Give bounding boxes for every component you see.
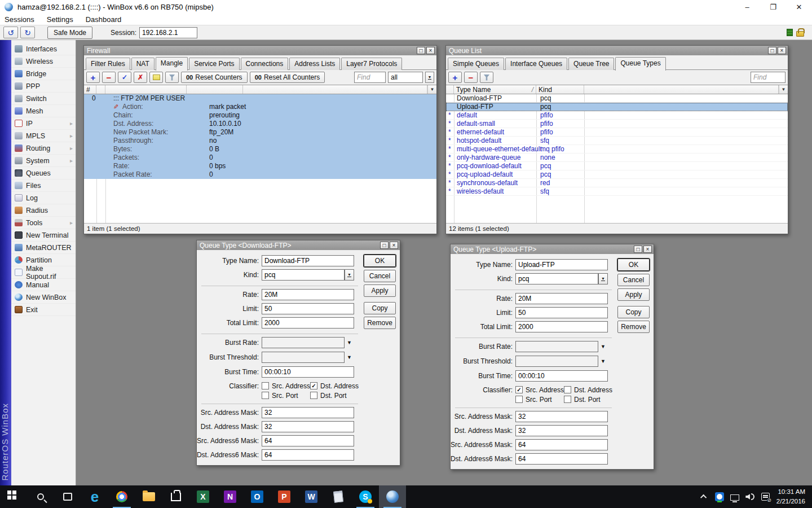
sidebar-item-wireless[interactable]: Wireless	[11, 55, 76, 68]
tray-network[interactable]	[727, 485, 743, 508]
dialog-titlebar[interactable]: Queue Type <Download-FTP> □×	[197, 240, 400, 250]
sidebar-item-queues[interactable]: Queues	[11, 167, 76, 179]
close-button[interactable]: ×	[426, 47, 435, 54]
queue-type-row[interactable]: Download-FTPpcq	[446, 94, 788, 103]
remove-button[interactable]: Remove	[364, 317, 396, 329]
dropdown-arrow-icon[interactable]: ▼	[347, 340, 352, 345]
tab-simple-queues[interactable]: Simple Queues	[448, 58, 504, 70]
type-name-input[interactable]	[262, 255, 354, 266]
column-options-button[interactable]: ▼	[779, 85, 788, 94]
queue-type-row[interactable]: *ethernet-defaultpfifo	[446, 128, 788, 137]
sidebar-item-switch[interactable]: Switch	[11, 93, 76, 105]
restore-button[interactable]: □	[768, 47, 776, 54]
enable-button[interactable]: ✓	[118, 72, 131, 83]
dst-address-checkbox[interactable]	[564, 386, 571, 393]
queue-type-row[interactable]: *only-hardware-queuenone	[446, 154, 788, 162]
taskbar-winbox[interactable]	[379, 485, 406, 508]
total-limit-input[interactable]	[515, 321, 608, 332]
queue-type-row[interactable]: *wireless-defaultsfq	[446, 187, 788, 196]
restore-button[interactable]: □	[380, 242, 389, 249]
sidebar-item-log[interactable]: Log	[11, 192, 76, 204]
reset-counters-button[interactable]: 00Reset Counters	[181, 72, 248, 83]
tab-service-ports[interactable]: Service Ports	[189, 58, 239, 70]
sidebar-item-make-supout[interactable]: Make Supout.rif	[11, 266, 76, 279]
rate-input[interactable]	[515, 293, 608, 304]
search-button[interactable]	[27, 485, 54, 508]
burst-time-input[interactable]	[515, 370, 608, 382]
menu-sessions[interactable]: Sessions	[5, 15, 34, 24]
total-limit-input[interactable]	[262, 317, 354, 329]
burst-threshold-input[interactable]	[515, 356, 598, 367]
filter-scope-select[interactable]: all	[388, 72, 423, 83]
taskbar-powerpoint[interactable]: P	[271, 485, 298, 508]
tray-volume[interactable]	[743, 485, 758, 508]
tab-address-lists[interactable]: Address Lists	[289, 58, 340, 70]
comment-button[interactable]	[149, 72, 163, 83]
restore-button[interactable]: ❐	[760, 0, 786, 14]
tab-connections[interactable]: Connections	[241, 58, 289, 70]
session-input[interactable]	[139, 27, 197, 38]
dst-port-checkbox[interactable]	[310, 392, 317, 399]
taskbar-word[interactable]: W	[298, 485, 325, 508]
rate-input[interactable]	[262, 289, 354, 300]
filter-scope-dropdown-button[interactable]: ▼	[425, 72, 434, 83]
src-address-checkbox[interactable]	[262, 382, 269, 389]
column-kind[interactable]: Kind	[536, 85, 584, 94]
tab-nat[interactable]: NAT	[131, 58, 155, 70]
queue-type-row[interactable]: *synchronous-defaultred	[446, 179, 788, 187]
taskbar-outlook[interactable]: O	[244, 485, 271, 508]
remove-button[interactable]: −	[102, 72, 116, 83]
redo-button[interactable]: ↻	[20, 27, 35, 38]
cancel-button[interactable]: Cancel	[617, 274, 650, 286]
selected-rule[interactable]: 0 ::: FTP 20M PER USER ✎ Action: mark pa…	[84, 94, 436, 179]
apply-button[interactable]: Apply	[617, 288, 650, 301]
tab-filter-rules[interactable]: Filter Rules	[86, 58, 130, 70]
queue-list-titlebar[interactable]: Queue List □ ×	[446, 46, 788, 55]
sidebar-item-mpls[interactable]: MPLS▸	[11, 130, 76, 142]
src-address6-mask-input[interactable]	[515, 439, 608, 450]
remove-button[interactable]: −	[464, 72, 478, 83]
taskbar-notepad[interactable]	[325, 485, 352, 508]
tab-mangle[interactable]: Mangle	[156, 57, 188, 71]
limit-input[interactable]	[262, 303, 354, 314]
tray-action-center[interactable]	[758, 485, 773, 508]
queue-type-row-selected[interactable]: Upload-FTPpcq	[446, 103, 788, 111]
sidebar-item-routing[interactable]: Routing▸	[11, 142, 76, 155]
dst-address6-mask-input[interactable]	[262, 449, 354, 461]
burst-time-input[interactable]	[262, 366, 354, 378]
column-3[interactable]	[243, 85, 427, 94]
dropdown-arrow-icon[interactable]: ▼	[601, 358, 606, 364]
restore-button[interactable]: □	[417, 47, 425, 54]
task-view-button[interactable]	[54, 485, 81, 508]
tab-queue-types[interactable]: Queue Types	[615, 57, 665, 71]
find-input[interactable]	[354, 72, 386, 83]
sidebar-item-interfaces[interactable]: Interfaces	[11, 43, 76, 55]
src-address-mask-input[interactable]	[515, 411, 608, 422]
dst-address6-mask-input[interactable]	[515, 453, 608, 465]
queue-type-row[interactable]: *defaultpfifo	[446, 111, 788, 120]
column-default-flag[interactable]	[446, 85, 454, 94]
taskbar-store[interactable]	[162, 485, 189, 508]
apply-button[interactable]: Apply	[364, 284, 396, 297]
taskbar-excel[interactable]: X	[189, 485, 217, 508]
close-button[interactable]: ×	[778, 47, 786, 54]
safe-mode-button[interactable]: Safe Mode	[47, 27, 92, 39]
src-address-checkbox[interactable]: ✓	[515, 386, 523, 393]
sidebar-item-metarouter[interactable]: MetaROUTER	[11, 242, 76, 254]
kind-select[interactable]	[515, 273, 598, 284]
start-button[interactable]	[0, 485, 27, 508]
src-address6-mask-input[interactable]	[262, 435, 354, 446]
burst-threshold-input[interactable]	[262, 352, 345, 363]
sidebar-item-system[interactable]: System▸	[11, 155, 76, 167]
sidebar-item-tools[interactable]: Tools▸	[11, 217, 76, 229]
kind-select[interactable]	[262, 269, 345, 281]
kind-dropdown-button[interactable]: ▼	[345, 269, 354, 281]
tray-overflow-button[interactable]	[697, 485, 712, 508]
filter-button[interactable]	[165, 72, 179, 83]
dropdown-arrow-icon[interactable]: ▼	[601, 344, 606, 349]
dropdown-arrow-icon[interactable]: ▼	[347, 354, 352, 360]
kind-dropdown-button[interactable]: ▼	[598, 273, 608, 284]
tab-queue-tree[interactable]: Queue Tree	[568, 58, 614, 70]
remove-button[interactable]: Remove	[617, 321, 650, 333]
taskbar-clock[interactable]: 10:31 AM 2/21/2016	[773, 487, 812, 506]
